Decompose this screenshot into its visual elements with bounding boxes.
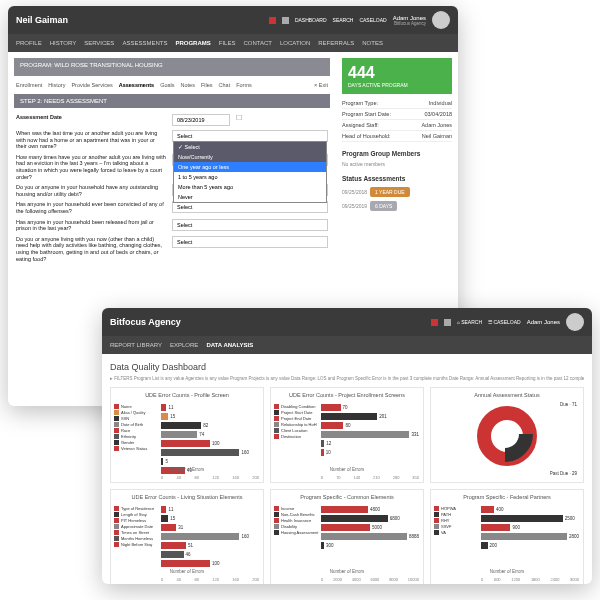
notification-icon[interactable] bbox=[269, 17, 276, 24]
days-count: 444 bbox=[348, 64, 446, 82]
bar: 8888 bbox=[321, 533, 419, 540]
q5-select[interactable]: Select bbox=[172, 219, 328, 231]
dropdown-option[interactable]: Never bbox=[174, 192, 326, 202]
top-link-dashboard[interactable]: DASHBOARD bbox=[295, 17, 327, 23]
bar: 11 bbox=[161, 404, 259, 411]
bar: 100 bbox=[161, 560, 259, 567]
status-pill[interactable]: 09/25/20196 DAYS bbox=[342, 200, 452, 212]
program-meta: Program Type:IndividualProgram Start Dat… bbox=[342, 98, 452, 142]
dropdown-option[interactable]: One year ago or less bbox=[174, 162, 326, 172]
bar: 900 bbox=[481, 524, 579, 531]
user-role: Bitfocus Agency bbox=[393, 21, 426, 26]
nav-location[interactable]: LOCATION bbox=[280, 40, 310, 46]
report-nav: REPORT LIBRARYEXPLOREDATA ANALYSIS bbox=[102, 336, 592, 354]
date-input[interactable]: 08/23/2019 bbox=[172, 114, 230, 126]
nav-notes[interactable]: NOTES bbox=[362, 40, 383, 46]
tab-history[interactable]: History bbox=[48, 82, 65, 88]
nav-referrals[interactable]: REFERRALS bbox=[318, 40, 354, 46]
chart-title: Program Specific - Federal Partners bbox=[435, 494, 579, 500]
bar: 15 bbox=[161, 413, 259, 420]
bar: 31 bbox=[161, 524, 259, 531]
top-link-search[interactable]: ⌕ SEARCH bbox=[457, 319, 482, 325]
bar: 160 bbox=[161, 533, 259, 540]
bar: 80 bbox=[321, 422, 419, 429]
bar: 70 bbox=[321, 404, 419, 411]
calendar-icon[interactable]: ☐ bbox=[236, 114, 242, 122]
nav-data-analysis[interactable]: DATA ANALYSIS bbox=[206, 342, 253, 348]
bar: 100 bbox=[161, 440, 259, 447]
bar: 300 bbox=[321, 542, 419, 549]
chart-card: UDE Error Counts - Project Enrollment Sc… bbox=[270, 387, 424, 483]
chart-title: UDE Error Counts - Living Situation Elem… bbox=[115, 494, 259, 500]
filters-bar[interactable]: ▸ FILTERS Program List is any value Agen… bbox=[110, 376, 584, 381]
no-members: No active members bbox=[342, 161, 452, 167]
tab-chat[interactable]: Chat bbox=[219, 82, 231, 88]
top-link-caseload[interactable]: CASELOAD bbox=[359, 17, 386, 23]
step-header: STEP 2: NEEDS ASSESSMENT bbox=[14, 94, 330, 108]
bar: 10 bbox=[321, 449, 419, 456]
grid-icon[interactable] bbox=[282, 17, 289, 24]
nav-report-library[interactable]: REPORT LIBRARY bbox=[110, 342, 162, 348]
dropdown-option[interactable]: 1 to 5 years ago bbox=[174, 172, 326, 182]
topbar-2: Bitfocus Agency ⌕ SEARCH ☰ CASELOAD Adam… bbox=[102, 308, 592, 336]
tab-files[interactable]: Files bbox=[201, 82, 213, 88]
nav-services[interactable]: SERVICES bbox=[84, 40, 114, 46]
client-name: Neil Gaiman bbox=[16, 15, 68, 25]
bar: 5000 bbox=[321, 524, 419, 531]
chart-card: UDE Error Counts - Living Situation Elem… bbox=[110, 489, 264, 584]
tab-notes[interactable]: Notes bbox=[181, 82, 195, 88]
tab-goals[interactable]: Goals bbox=[160, 82, 174, 88]
avatar[interactable] bbox=[566, 313, 584, 331]
nav-contact[interactable]: CONTACT bbox=[243, 40, 272, 46]
bar: 2500 bbox=[481, 515, 579, 522]
q3-label: Do you or anyone in your household have … bbox=[16, 184, 166, 197]
q6-select[interactable]: Select bbox=[172, 236, 328, 248]
nav-profile[interactable]: PROFILE bbox=[16, 40, 42, 46]
nav-assessments[interactable]: ASSESSMENTS bbox=[122, 40, 167, 46]
dropdown-option[interactable]: More than 5 years ago bbox=[174, 182, 326, 192]
chart-card: Program Specific - Federal PartnersHOPWA… bbox=[430, 489, 584, 584]
nav-explore[interactable]: EXPLORE bbox=[170, 342, 198, 348]
nav-history[interactable]: HISTORY bbox=[50, 40, 76, 46]
notification-icon[interactable] bbox=[431, 319, 438, 326]
tab-forms[interactable]: Forms bbox=[236, 82, 252, 88]
chart-card: Program Specific - Common ElementsIncome… bbox=[270, 489, 424, 584]
avatar[interactable] bbox=[432, 11, 450, 29]
program-header: PROGRAM: WILD ROSE TRANSITIONAL HOUSING bbox=[14, 58, 330, 76]
tab-enrollment[interactable]: Enrollment bbox=[16, 82, 42, 88]
status-pill[interactable]: 09/25/20181 YEAR DUE bbox=[342, 186, 452, 198]
chart-card: UDE Error Counts - Profile ScreenNameAli… bbox=[110, 387, 264, 483]
group-members-head: Program Group Members bbox=[342, 150, 452, 157]
dropdown-option[interactable]: ✓ Select bbox=[174, 142, 326, 152]
q4-select[interactable]: Select bbox=[172, 201, 328, 213]
chart-grid: UDE Error Counts - Profile ScreenNameAli… bbox=[110, 387, 584, 584]
top-link-search[interactable]: SEARCH bbox=[333, 17, 354, 23]
bar: 160 bbox=[161, 449, 259, 456]
bar: 331 bbox=[321, 431, 419, 438]
bar: 46 bbox=[161, 551, 259, 558]
bar: 5 bbox=[161, 458, 259, 465]
agency-name: Bitfocus Agency bbox=[110, 317, 181, 327]
q1-dropdown: ✓ SelectNow/CurrentlyOne year ago or les… bbox=[173, 141, 327, 203]
bar: 4800 bbox=[321, 506, 419, 513]
exit-link[interactable]: × Exit bbox=[314, 82, 328, 88]
main-nav: PROFILEHISTORYSERVICESASSESSMENTSPROGRAM… bbox=[8, 34, 458, 52]
q1-label: When was the last time you or another ad… bbox=[16, 130, 166, 150]
tab-provide-services[interactable]: Provide Services bbox=[71, 82, 112, 88]
q4-label: Has anyone in your household ever been c… bbox=[16, 201, 166, 214]
q1-select[interactable]: Select ✓ SelectNow/CurrentlyOne year ago… bbox=[172, 130, 328, 142]
tab-assessments[interactable]: Assessments bbox=[119, 82, 154, 88]
chart-title: Annual Assessment Status bbox=[435, 392, 579, 398]
nav-programs[interactable]: PROGRAMS bbox=[175, 40, 210, 46]
dashboard-title: Data Quality Dashboard bbox=[110, 362, 584, 372]
q6-label: Do you or anyone living with you now (ot… bbox=[16, 236, 166, 262]
chart-card: Annual Assessment StatusDue · 71Past Due… bbox=[430, 387, 584, 483]
top-link-caseload[interactable]: ☰ CASELOAD bbox=[488, 319, 521, 325]
bar: 51 bbox=[161, 542, 259, 549]
nav-files[interactable]: FILES bbox=[219, 40, 236, 46]
bar: 200 bbox=[481, 542, 579, 549]
dropdown-option[interactable]: Now/Currently bbox=[174, 152, 326, 162]
program-tabs: EnrollmentHistoryProvide ServicesAssessm… bbox=[14, 76, 330, 94]
grid-icon[interactable] bbox=[444, 319, 451, 326]
meta-row: Program Type:Individual bbox=[342, 98, 452, 109]
